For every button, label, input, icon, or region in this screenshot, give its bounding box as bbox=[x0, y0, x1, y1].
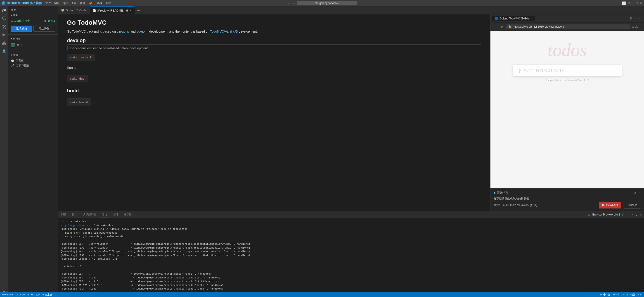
collab-start-row: 开始协作 ⚙ ✕ bbox=[494, 191, 641, 195]
browser-back-icon[interactable]: ← bbox=[492, 25, 498, 29]
status-uptime: 1小时 bbox=[612, 293, 619, 296]
todo-input-area: ❯ What needs to be done? bbox=[513, 65, 622, 76]
tab-preview-readme[interactable]: 📄 [Preview] README.md ✕ bbox=[90, 6, 135, 14]
menu-goto[interactable]: 转到 bbox=[80, 1, 85, 5]
chat-label: 会话 bbox=[13, 53, 18, 57]
chat-voice-video[interactable]: 🎤 语音 / 视频 bbox=[11, 63, 55, 68]
activity-bar bbox=[0, 6, 8, 297]
terminal-content[interactable]: cd ./ && make dev → golang-todomvc cd ./… bbox=[58, 218, 644, 297]
bottom-panels: 问题 输出 调试控制台 终端 端口 留言板 + ⊞ Browser Previe… bbox=[58, 211, 644, 297]
activity-git[interactable] bbox=[1, 24, 7, 30]
browser-url-bar[interactable]: 🔒 https://jsfwte-bbmfvj-8080.preview.myi… bbox=[506, 25, 630, 29]
readme-build-heading: build bbox=[67, 88, 481, 95]
browser-content: todos ❯ What needs to be done? Template … bbox=[490, 31, 644, 188]
browser-more-icon[interactable]: ··· bbox=[640, 25, 642, 29]
search-box[interactable]: 🔍 golang-todomvc bbox=[297, 1, 357, 5]
menu-view[interactable]: 查看 bbox=[71, 1, 77, 5]
chat-section-header[interactable]: ▾ 会话 bbox=[8, 52, 58, 58]
split-terminal-icon[interactable]: ⊞ bbox=[588, 213, 591, 216]
menu-run[interactable]: 运行 bbox=[88, 1, 94, 5]
activity-explorer[interactable] bbox=[1, 7, 7, 14]
readme-build-cmd: make build bbox=[67, 99, 91, 106]
stop-collab-button[interactable]: 停止协作 bbox=[34, 26, 55, 32]
window-icon-1[interactable]: ⬜ bbox=[622, 1, 626, 5]
editor-area: 🐹 Go for VS Code 📄 [Preview] README.md ✕… bbox=[58, 6, 644, 297]
status-errors: ⊘ 0 △ 0 bbox=[31, 293, 40, 296]
window-icon-2[interactable]: ⧉ bbox=[628, 1, 630, 5]
learn-more-button[interactable]: 了解更多 bbox=[623, 202, 641, 208]
menu-file[interactable]: 文件 bbox=[46, 1, 51, 5]
delete-terminal-icon[interactable]: 🗑 bbox=[622, 213, 625, 216]
collab-settings-icon[interactable]: ⚙ bbox=[633, 191, 636, 195]
activity-run[interactable] bbox=[1, 32, 7, 38]
copy-link-button[interactable]: 再次复制链接 bbox=[599, 202, 622, 208]
menu-edit[interactable]: 编辑 bbox=[54, 1, 60, 5]
activity-extensions[interactable] bbox=[1, 40, 7, 46]
menu-help[interactable]: 帮助 bbox=[106, 1, 111, 5]
activity-search[interactable] bbox=[1, 16, 7, 22]
window-close[interactable]: ✕ bbox=[640, 1, 642, 5]
browser-panel-split[interactable]: ⧉ bbox=[630, 17, 632, 20]
panel-tab-debug[interactable]: 调试控制台 bbox=[82, 211, 98, 218]
browser-copy-icon[interactable]: ⧉ bbox=[632, 25, 634, 29]
activity-collab[interactable] bbox=[1, 48, 7, 54]
terminal-line-env: - using env: export GIN_MODE=release bbox=[60, 231, 641, 235]
panel-tab-messages[interactable]: 留言板 bbox=[122, 211, 133, 218]
terminal-panel: 问题 输出 调试控制台 终端 端口 留言板 + ⊞ Browser Previe… bbox=[58, 211, 644, 297]
browser-panel-more[interactable]: ··· bbox=[634, 17, 637, 20]
link-go-gorm[interactable]: go-gorm bbox=[136, 30, 148, 33]
lock-icon: 🔒 bbox=[508, 25, 512, 28]
tab-go-icon: 🐹 bbox=[61, 9, 64, 12]
nav-forward[interactable]: → bbox=[292, 1, 296, 5]
readme-note: Dependencies need to be installed before… bbox=[67, 46, 481, 50]
chat-messages-label: 留言板 bbox=[16, 59, 24, 63]
participants-section-header[interactable]: ▾ 参与者 bbox=[8, 36, 58, 41]
panel-close-icon[interactable]: ✕ bbox=[640, 213, 642, 216]
panel-up-icon[interactable]: ∧ bbox=[631, 213, 634, 216]
panel-tab-port[interactable]: 端口 bbox=[111, 211, 120, 218]
new-terminal-icon[interactable]: + bbox=[584, 213, 586, 216]
sidebar-section-overview[interactable]: ▾ 概览 bbox=[8, 13, 58, 18]
sidebar-title: 概览 bbox=[11, 8, 16, 11]
menu-select[interactable]: 选择 bbox=[63, 1, 68, 5]
todo-footer: Template based on TodoMVC/VanillaJS bbox=[546, 79, 589, 82]
browser-refresh-icon[interactable]: ↻ bbox=[499, 25, 504, 29]
terminal-line-route-todo-get: [GIN-debug] GET /todo/:id --> todomvc/pk… bbox=[60, 279, 641, 283]
tab-readme-icon: 📄 bbox=[93, 9, 96, 12]
collab-close-icon[interactable]: ✕ bbox=[638, 191, 641, 195]
content-area: Go TodoMVC Go TodoMVC backend is based o… bbox=[58, 15, 644, 211]
link-gin-gonic[interactable]: gin-gonic bbox=[117, 30, 130, 33]
panel-down-icon[interactable]: ∨ bbox=[636, 213, 638, 216]
tab-go-for-vscode[interactable]: 🐹 Go for VS Code bbox=[58, 6, 90, 14]
panel-tab-problems[interactable]: 问题 bbox=[60, 211, 68, 218]
window-minimize[interactable]: ─ bbox=[632, 1, 634, 5]
share-source: 来源: Cloud Studio MetaWork (扩展) bbox=[494, 203, 537, 207]
window-maximize[interactable]: □ bbox=[636, 1, 638, 5]
nav-back[interactable]: ← bbox=[287, 1, 291, 5]
panel-more-icon[interactable]: ··· bbox=[627, 213, 630, 216]
menu-terminal[interactable]: 终端 bbox=[97, 1, 102, 5]
terminal-line-tmpl: - index.tmpl bbox=[60, 265, 641, 268]
browser-panel-close[interactable]: ✕ bbox=[638, 17, 641, 20]
sidebar: 概览 ▾ 概览 多人协作进行中 00:00:04 邀请成员 停止协作 ▾ 参与者… bbox=[8, 6, 58, 297]
status-go-version: Go 1.20.1 β bbox=[16, 293, 29, 296]
browser-tab-todomvc[interactable]: Golang TodoMVC(8080) ✕ bbox=[492, 16, 535, 21]
invite-button[interactable]: 邀请成员 bbox=[11, 26, 32, 32]
terminal-line-route4: [GIN-debug] HEAD /node_modules/*filepath… bbox=[60, 253, 641, 257]
terminal-line-path: → golang-todomvc cd ./ && make dev bbox=[60, 224, 641, 227]
tab-close-readme[interactable]: ✕ bbox=[129, 9, 132, 12]
panel-tab-output[interactable]: 输出 bbox=[70, 211, 79, 218]
readme-develop-heading: develop bbox=[67, 38, 481, 45]
chat-messages[interactable]: 💬 留言板 bbox=[11, 58, 55, 63]
browser-toolbar: ← ↻ 🔒 https://jsfwte-bbmfvj-8080.preview… bbox=[490, 23, 644, 31]
tab-more-button[interactable]: ··· bbox=[135, 6, 142, 14]
link-todomvc[interactable]: TodoMVC/VanillaJS bbox=[210, 30, 238, 33]
chat-voice-label: 语音 / 视频 bbox=[16, 64, 29, 68]
terminal-line-route3: [GIN-debug] GET /node_modules/*filepath … bbox=[60, 250, 641, 253]
browser-tab-close[interactable]: ✕ bbox=[530, 17, 532, 20]
status-bar: MetaWork Go 1.20.1 β ⊘ 0 △ 0 ✎ 自定义 14时07… bbox=[0, 292, 644, 297]
panel-tab-terminal[interactable]: 终端 bbox=[100, 211, 108, 218]
todo-input-placeholder[interactable]: What needs to be done? bbox=[524, 68, 564, 73]
browser-alert-icon[interactable]: ⚠ bbox=[635, 25, 638, 29]
readme-install-cmd: make install bbox=[67, 54, 95, 61]
